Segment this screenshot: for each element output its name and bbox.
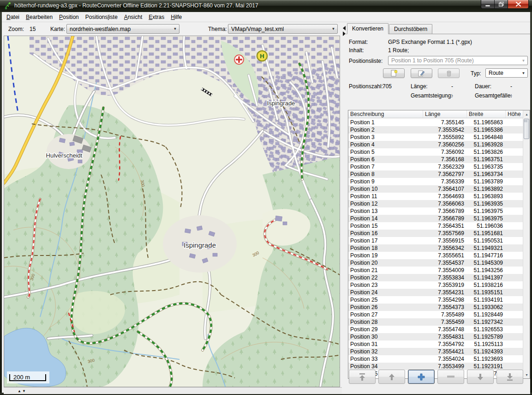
table-row[interactable]: Position 27.355354251.1965386 [348, 126, 523, 134]
menu-positionsliste[interactable]: Positionsliste [82, 12, 121, 22]
theme-select[interactable]: VMap/Vmap_test.xml ▼ [228, 24, 338, 34]
table-row[interactable]: Position 177.355691551.1950531 [348, 237, 523, 244]
map-file-select[interactable]: nordrhein-westfalen.map ▼ [66, 24, 179, 34]
table-cell: Position 13 [348, 207, 423, 215]
column-header-beschreibung[interactable]: Beschreibung [348, 110, 423, 118]
move-to-bottom-button[interactable] [496, 370, 523, 384]
add-position-button[interactable] [408, 370, 435, 384]
collapse-down-icon[interactable]: ▼ [22, 389, 26, 393]
table-row[interactable]: Position 197.355565151.1947716 [348, 252, 523, 259]
table-row[interactable]: Position 287.35545951.1927342 [348, 318, 523, 326]
table-cell: Position 22 [348, 274, 423, 281]
table-cell: Position 32 [348, 348, 423, 355]
chevron-down-icon: ▼ [520, 59, 527, 63]
table-row[interactable]: Position 207.355453751.1945309 [348, 259, 523, 267]
menu-hilfe[interactable]: Hilfe [167, 12, 185, 22]
descent-label: Gesamtgefälle: [475, 92, 512, 99]
collapse-left-icon[interactable] [343, 26, 346, 30]
table-row[interactable]: Position 97.35633951.1963789 [348, 178, 523, 185]
horizontal-splitter[interactable]: ▲ ▼ [4, 387, 342, 394]
table-cell: 51.196036 [467, 222, 506, 230]
new-position-list-button[interactable] [383, 68, 405, 78]
table-row[interactable]: Position 257.355429851.1934191 [348, 296, 523, 304]
table-row[interactable]: Position 237.355391951.1938216 [348, 281, 523, 289]
column-header-hoehe[interactable]: Höhe [506, 110, 523, 118]
column-header-breite[interactable]: Breite [467, 110, 506, 118]
move-to-top-button[interactable] [349, 370, 376, 384]
titlebar[interactable]: hölterhof-rundweg-a3.gpx - RouteConverte… [0, 0, 532, 12]
table-row[interactable]: Position 87.356279751.1963734 [348, 170, 523, 178]
positions-table: Beschreibung Länge Breite Höhe Position … [348, 110, 530, 379]
table-row[interactable]: Position 217.355400951.1943256 [348, 267, 523, 274]
rename-position-list-button[interactable] [411, 68, 432, 78]
table-row[interactable]: Position 267.355437351.1933062 [348, 304, 523, 311]
remove-position-button[interactable] [437, 370, 464, 384]
minimize-button[interactable] [481, 0, 495, 9]
table-row[interactable]: Position 47.356025651.1963928 [348, 141, 523, 148]
table-row[interactable]: Position 57.35609251.1963826 [348, 148, 523, 156]
table-row[interactable]: Position 247.355423151.1935151 [348, 289, 523, 296]
type-select[interactable]: Route ▼ [485, 68, 528, 78]
table-row[interactable]: Position 17.35514551.1965863 [348, 119, 523, 126]
table-cell: 7.3555892 [423, 134, 467, 141]
map-view[interactable]: H Hulverscheidt Ispingrade Ispingrade 30… [4, 36, 340, 387]
move-down-button[interactable] [467, 370, 494, 384]
tab-durchstoebern[interactable]: Durchstöbern [389, 24, 432, 34]
vertical-splitter[interactable] [342, 22, 346, 394]
table-cell: 51.1926553 [467, 326, 506, 333]
chevron-down-icon: ▼ [329, 27, 337, 31]
table-row[interactable]: Position 317.355479251.1925113 [348, 340, 523, 348]
table-row[interactable]: Position 137.356678951.1963975 [348, 207, 523, 215]
table-header[interactable]: Beschreibung Länge Breite Höhe [348, 110, 523, 118]
table-scrollbar[interactable]: ▲ ▼ [523, 110, 530, 378]
length-label: Länge: [411, 83, 428, 90]
table-row[interactable]: Position 157.356435151.196036 [348, 222, 523, 230]
positionlist-select[interactable]: Position 1 to Position 705 (Route) ▼ [388, 56, 528, 65]
menu-extras[interactable]: Extras [145, 12, 167, 22]
map-file-value: nordrhein-westfalen.map [67, 26, 171, 32]
table-row[interactable]: Position 337.355402451.1923693 [348, 355, 523, 363]
table-cell: Position 17 [348, 237, 423, 244]
table-cell: 51.1951681 [467, 230, 506, 237]
hospital-icon [234, 55, 244, 64]
restore-button[interactable] [495, 0, 508, 9]
delete-position-list-button[interactable] [438, 68, 460, 78]
table-row[interactable]: Position 327.355442151.1924393 [348, 348, 523, 355]
restore-icon [499, 2, 504, 6]
menu-bearbeiten[interactable]: Bearbeiten [23, 12, 56, 22]
tab-konvertieren[interactable]: Konvertieren [347, 23, 389, 34]
table-row[interactable]: Position 127.356606351.1963935 [348, 200, 523, 207]
table-cell: 51.1945309 [467, 259, 506, 267]
table-body[interactable]: Position 17.35514551.1965863Position 27.… [348, 119, 523, 379]
menu-datei[interactable]: Datei [3, 12, 23, 22]
table-row[interactable]: Position 167.355756951.1951681 [348, 230, 523, 237]
table-row[interactable]: Position 307.355483151.1925789 [348, 333, 523, 340]
column-header-laenge[interactable]: Länge [423, 110, 467, 118]
table-row[interactable]: Position 187.355634251.1949321 [348, 244, 523, 252]
table-cell: 7.3554298 [423, 296, 467, 304]
table-cell [506, 230, 523, 237]
table-cell [506, 318, 523, 326]
move-up-button[interactable] [378, 370, 405, 384]
table-row[interactable]: Position 67.35616851.1963751 [348, 156, 523, 163]
table-row[interactable]: Position 147.356678951.1963975 [348, 215, 523, 222]
table-cell: 51.1928449 [467, 311, 506, 318]
table-row[interactable]: Position 107.356410751.1963892 [348, 185, 523, 193]
scroll-down-icon[interactable]: ▼ [523, 371, 530, 378]
scroll-up-icon[interactable]: ▲ [523, 110, 530, 118]
collapse-right-icon[interactable] [343, 31, 346, 36]
collapse-up-icon[interactable]: ▲ [18, 389, 21, 393]
table-row[interactable]: Position 347.355349951.1923191 [348, 363, 523, 370]
table-row[interactable]: Position 277.35548951.1928449 [348, 311, 523, 318]
table-row[interactable]: Position 77.356232951.1963735 [348, 163, 523, 170]
table-row[interactable]: Position 227.355383451.1941397 [348, 274, 523, 281]
ascent-label: Gesamtsteigung: [411, 92, 453, 99]
menu-ansicht[interactable]: Ansicht [121, 12, 145, 22]
menu-position[interactable]: Position [56, 12, 82, 22]
table-row[interactable]: Position 117.356469351.1963893 [348, 193, 523, 200]
table-row[interactable]: Position 37.355589251.1964848 [348, 134, 523, 141]
table-cell [506, 311, 523, 318]
close-button[interactable] [508, 0, 529, 9]
table-row[interactable]: Position 297.355474851.1926553 [348, 326, 523, 333]
panel-tabs: Konvertieren Durchstöbern [346, 24, 530, 34]
